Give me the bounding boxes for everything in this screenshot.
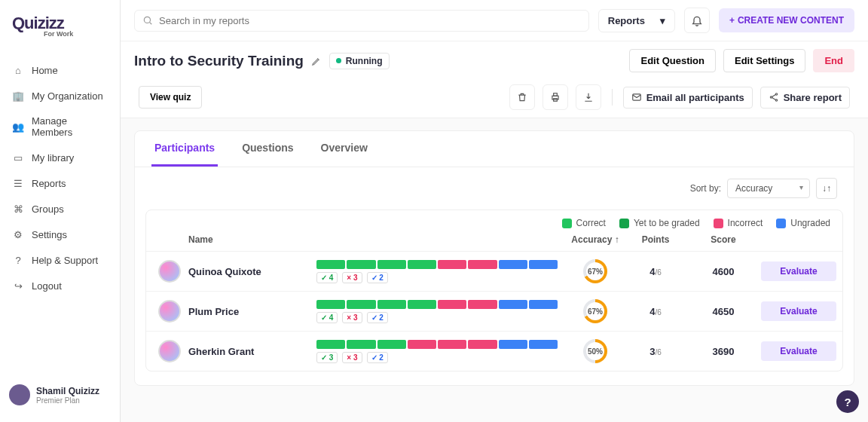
content-card: Participants Questions Overview Sort by:… xyxy=(134,130,854,386)
help-fab[interactable]: ? xyxy=(836,390,859,413)
search-input[interactable] xyxy=(159,15,581,26)
status-chip: Running xyxy=(329,53,390,69)
plus-icon: + xyxy=(729,15,735,26)
nav-icon: ☰ xyxy=(12,177,24,189)
progress-bar xyxy=(316,260,558,269)
edit-title-button[interactable] xyxy=(311,56,322,66)
sidebar-item-reports[interactable]: ☰Reports xyxy=(0,170,120,196)
sidebar-item-help-support[interactable]: ?Help & Support xyxy=(0,247,120,273)
table-row: Plum Price✓ 4× 3✓ 267%4/64650Evaluate⋮ xyxy=(146,291,842,331)
nav-icon: ? xyxy=(12,254,24,266)
page-header: Intro to Security Training Running Edit … xyxy=(121,41,868,80)
evaluate-button[interactable]: Evaluate xyxy=(761,341,836,361)
sort-dropdown[interactable]: Accuracy xyxy=(727,179,810,198)
sidebar-item-manage-members[interactable]: 👥Manage Members xyxy=(0,109,120,145)
row-more-button[interactable]: ⋮ xyxy=(836,265,843,279)
score-cell: 4600 xyxy=(686,266,761,277)
edit-question-button[interactable]: Edit Question xyxy=(629,49,716,72)
sort-controls: Sort by: Accuracy ↓↑ xyxy=(135,167,854,203)
evaluate-button[interactable]: Evaluate xyxy=(761,261,836,281)
mail-icon xyxy=(631,92,642,102)
status-dot-icon xyxy=(336,58,341,63)
legend-yet: Yet to be graded xyxy=(619,218,700,228)
sidebar-item-my-library[interactable]: ▭My library xyxy=(0,145,120,170)
tabs: Participants Questions Overview xyxy=(135,131,854,167)
score-cell: 4650 xyxy=(686,306,761,317)
accuracy-ring: 67% xyxy=(583,259,607,283)
sidebar-item-logout[interactable]: ↪Logout xyxy=(0,273,120,298)
search-box[interactable] xyxy=(134,10,589,32)
legend-correct: Correct xyxy=(562,218,606,228)
sort-label: Sort by: xyxy=(690,183,721,194)
bell-icon xyxy=(691,14,703,26)
download-button[interactable] xyxy=(576,84,601,110)
page-title: Intro to Security Training xyxy=(134,53,304,69)
reports-dropdown[interactable]: Reports ▾ xyxy=(598,9,675,32)
create-new-content-button[interactable]: + CREATE NEW CONTENT xyxy=(719,8,854,32)
notifications-button[interactable] xyxy=(684,8,710,33)
col-accuracy[interactable]: Accuracy ↑ xyxy=(565,234,625,245)
row-more-button[interactable]: ⋮ xyxy=(836,344,843,359)
logo: Quizizz For Work xyxy=(0,9,120,51)
legend-ungraded: Ungraded xyxy=(776,218,830,228)
tab-questions[interactable]: Questions xyxy=(239,131,296,167)
pencil-icon xyxy=(311,56,322,66)
nav-icon: 🏢 xyxy=(12,90,24,102)
email-all-label: Email all participants xyxy=(646,92,744,103)
reports-dropdown-label: Reports xyxy=(608,15,645,26)
email-all-button[interactable]: Email all participants xyxy=(623,87,753,109)
create-label: CREATE NEW CONTENT xyxy=(738,15,844,26)
participant-name: Gherkin Grant xyxy=(188,346,254,357)
main: Reports ▾ + CREATE NEW CONTENT Intro to … xyxy=(121,0,868,422)
user-block[interactable]: Shamil Quizizz Premier Plan xyxy=(0,377,120,413)
stat-chip: ✓ 3 xyxy=(316,352,338,363)
status-label: Running xyxy=(346,56,383,66)
view-quiz-button[interactable]: View quiz xyxy=(139,86,202,109)
sidebar-item-label: Help & Support xyxy=(32,255,98,266)
sidebar-item-my-organization[interactable]: 🏢My Organization xyxy=(0,83,120,109)
sidebar-item-home[interactable]: ⌂Home xyxy=(0,57,120,83)
accuracy-ring: 50% xyxy=(583,339,607,363)
print-icon xyxy=(550,92,561,102)
share-label: Share report xyxy=(784,92,842,103)
print-button[interactable] xyxy=(542,84,568,110)
sidebar-item-groups[interactable]: ⌘Groups xyxy=(0,196,120,222)
row-more-button[interactable]: ⋮ xyxy=(836,304,843,319)
col-points[interactable]: Points xyxy=(625,234,686,245)
share-icon xyxy=(769,92,779,102)
evaluate-button[interactable]: Evaluate xyxy=(761,301,836,321)
sidebar-item-label: Groups xyxy=(32,203,64,215)
share-report-button[interactable]: Share report xyxy=(760,87,850,109)
delete-button[interactable] xyxy=(509,84,535,110)
participant-name: Plum Price xyxy=(188,306,239,317)
tab-overview[interactable]: Overview xyxy=(318,131,371,167)
end-button[interactable]: End xyxy=(813,49,854,72)
nav-icon: ▭ xyxy=(12,151,24,164)
nav-icon: ↪ xyxy=(12,280,24,292)
nav-icon: ⚙ xyxy=(12,228,24,240)
toolbar: View quiz Email all participants Share r… xyxy=(121,80,868,118)
sort-direction-button[interactable]: ↓↑ xyxy=(816,178,837,199)
table-row: Gherkin Grant✓ 3× 3✓ 250%3/63690Evaluate… xyxy=(146,331,842,371)
progress-bar xyxy=(316,340,558,349)
participants-table: Correct Yet to be graded Incorrect Ungra… xyxy=(145,209,843,372)
table-row: Quinoa Quixote✓ 4× 3✓ 267%4/64600Evaluat… xyxy=(146,251,842,291)
tab-participants[interactable]: Participants xyxy=(151,131,218,167)
stat-chip: × 3 xyxy=(342,272,362,283)
sidebar-item-label: Manage Members xyxy=(32,115,108,138)
col-score[interactable]: Score xyxy=(686,234,761,245)
chevron-down-icon: ▾ xyxy=(660,15,665,26)
participant-avatar xyxy=(158,260,181,283)
avatar xyxy=(9,384,30,405)
stat-chip: ✓ 2 xyxy=(367,312,388,323)
separator xyxy=(612,89,613,106)
sidebar-item-settings[interactable]: ⚙Settings xyxy=(0,222,120,247)
col-name: Name xyxy=(158,234,316,245)
svg-point-8 xyxy=(775,99,777,101)
edit-settings-button[interactable]: Edit Settings xyxy=(723,49,805,72)
nav-icon: ⌂ xyxy=(12,64,24,76)
svg-line-1 xyxy=(150,23,152,25)
svg-point-6 xyxy=(775,93,777,95)
user-plan: Premier Plan xyxy=(36,396,99,405)
sidebar-item-label: Home xyxy=(32,65,58,76)
